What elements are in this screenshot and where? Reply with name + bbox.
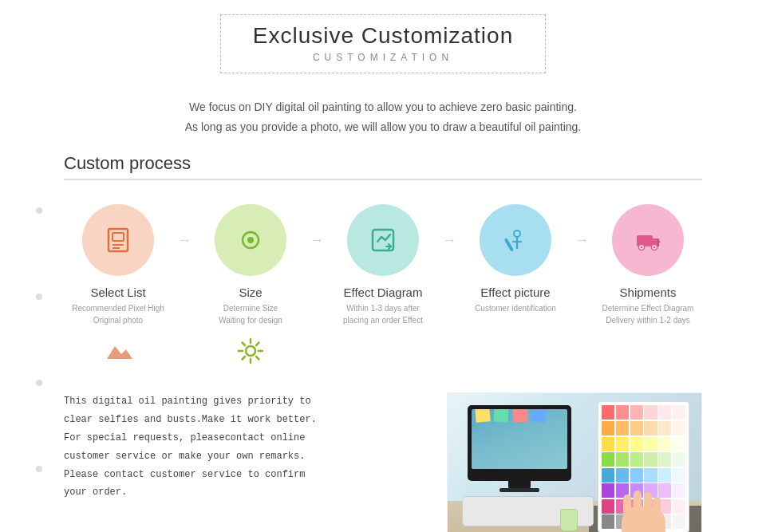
palette-cell	[673, 468, 685, 483]
header-border-box: Exclusive Customization CUSTOMIZATION	[220, 14, 546, 73]
steps-row: Select List Recommended Pixel HighOrigin…	[64, 196, 702, 334]
description-section: We focus on DIY digital oil painting to …	[0, 81, 766, 145]
palette-cell	[602, 514, 614, 529]
shipments-icon	[630, 223, 665, 258]
step4-label: Effect picture	[480, 286, 550, 299]
step-select-list: Select List Recommended Pixel HighOrigin…	[64, 204, 172, 326]
step5-desc: Determine Effect DiagramDelivery within …	[602, 302, 694, 326]
lower-text-content: This digital oil painting gives priority…	[64, 392, 423, 502]
palette-cell	[644, 437, 657, 451]
palette-cell	[644, 421, 657, 435]
page-title: Exclusive Customization	[253, 23, 513, 49]
palette-cell	[644, 452, 657, 467]
lower-text: This digital oil painting gives priority…	[64, 392, 423, 532]
palette-cell	[673, 452, 685, 467]
photo-icon	[104, 340, 132, 362]
svg-point-15	[653, 246, 656, 249]
palette-cell	[673, 499, 685, 514]
step3-desc: Within 1-3 days afterplacing an order Ef…	[343, 302, 423, 326]
palette-cell	[658, 405, 671, 420]
svg-rect-7	[504, 238, 514, 252]
step-shipments: Shipments Determine Effect DiagramDelive…	[594, 204, 702, 326]
step5-label: Shipments	[620, 286, 677, 299]
palette-cell	[602, 483, 614, 498]
svg-line-25	[256, 343, 259, 346]
page-subtitle: CUSTOMIZATION	[253, 52, 513, 63]
palette-cell	[644, 468, 657, 483]
palette-cell	[602, 452, 614, 467]
desk-scene	[448, 393, 701, 532]
palette-cell	[673, 405, 685, 420]
palette-cell	[630, 468, 643, 483]
svg-point-18	[246, 346, 255, 356]
palette-cell	[616, 452, 629, 467]
step1-label: Select List	[90, 286, 145, 299]
palette-cell	[630, 452, 643, 467]
palette-cell	[673, 483, 685, 498]
svg-point-5	[247, 237, 254, 243]
step2-circle	[215, 204, 286, 276]
arrow2: →	[305, 232, 329, 249]
palette-cell	[616, 405, 629, 420]
palette-cell	[673, 437, 685, 451]
select-list-icon	[102, 224, 134, 256]
step4-desc: Customer identification	[475, 302, 556, 314]
lower-image-container: Pure AI manual draft, subdivide color bl…	[447, 392, 702, 532]
step3-label: Effect Diagram	[344, 286, 423, 299]
palette-cell	[602, 437, 614, 451]
arrow3: →	[437, 232, 461, 249]
lower-image-bg	[448, 393, 701, 532]
palette-cell	[616, 421, 629, 435]
palette-cell	[673, 514, 685, 529]
process-section: Custom process Select List Recommended P…	[0, 145, 766, 380]
svg-line-23	[243, 343, 246, 346]
palette-cell	[658, 468, 671, 483]
svg-point-13	[641, 246, 643, 249]
effect-diagram-icon	[367, 224, 399, 256]
effect-picture-icon	[499, 224, 531, 256]
step-size: Size Determine SizeWaiting for design	[196, 204, 305, 326]
side-decoration	[36, 207, 42, 472]
palette-cell	[673, 421, 685, 435]
svg-line-24	[256, 357, 259, 360]
palette-cell	[644, 405, 657, 420]
step3-circle	[347, 204, 419, 276]
process-title: Custom process	[64, 153, 702, 180]
lower-section: This digital oil painting gives priority…	[0, 384, 766, 532]
palette-cell	[630, 405, 643, 420]
svg-rect-1	[113, 233, 124, 241]
step1-circle	[82, 204, 154, 276]
palette-cell	[602, 421, 614, 435]
step-effect-diagram: Effect Diagram Within 1-3 days afterplac…	[329, 204, 437, 326]
description-line1: We focus on DIY digital oil painting to …	[48, 97, 718, 117]
palette-cell	[658, 452, 671, 467]
step2-desc: Determine SizeWaiting for design	[219, 302, 282, 326]
arrow4: →	[570, 232, 594, 249]
palette-cell	[658, 437, 671, 451]
palette-cell	[602, 499, 614, 514]
svg-rect-11	[637, 235, 653, 246]
palette-cell	[630, 437, 643, 451]
description-line2: As long as you provide a photo, we will …	[48, 117, 718, 137]
arrow1: →	[172, 232, 196, 249]
step2-label: Size	[239, 286, 262, 299]
svg-marker-16	[107, 346, 132, 359]
gear-icon	[237, 337, 264, 365]
svg-line-26	[243, 357, 246, 360]
step4-circle	[480, 204, 551, 276]
palette-cell	[602, 468, 614, 483]
palette-cell	[602, 405, 614, 420]
palette-cell	[658, 421, 671, 435]
size-icon	[235, 224, 267, 256]
palette-cell	[630, 421, 643, 435]
header-section: Exclusive Customization CUSTOMIZATION	[0, 0, 766, 81]
step1-desc: Recommended Pixel HighOriginal photo	[72, 302, 164, 326]
step-effect-picture: Effect picture Customer identification	[461, 204, 570, 314]
palette-cell	[616, 437, 629, 451]
palette-cell	[616, 468, 629, 483]
step5-circle	[612, 204, 684, 276]
